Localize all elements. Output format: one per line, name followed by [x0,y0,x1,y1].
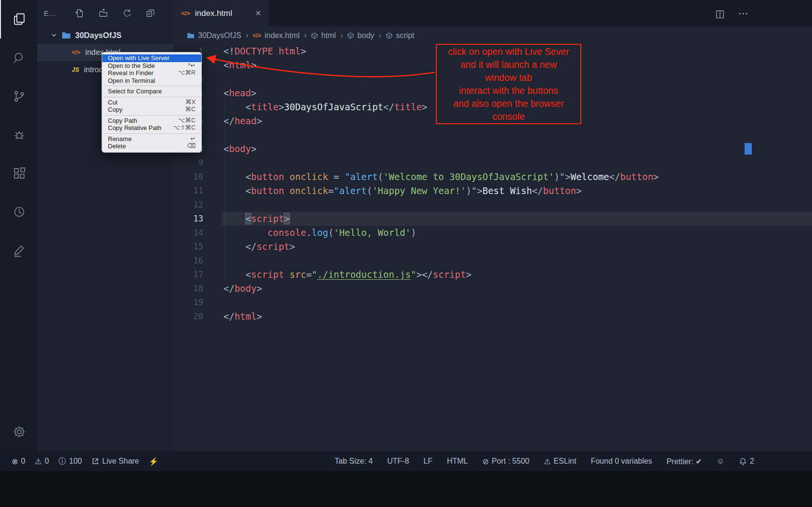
code-line-17[interactable]: 17 <script src="./introduction.js"></scr… [173,268,812,282]
code-line-10[interactable]: 10 <button onclick = "alert('Welcome to … [173,170,812,184]
menu-item-open-to-the-side[interactable]: Open to the Side^↵ [102,62,201,70]
breadcrumb-separator: › [340,30,343,40]
collapse-all-icon[interactable] [146,9,155,18]
status-eslint[interactable]: ⚠ESLint [544,457,576,466]
menu-item-rename[interactable]: Rename↵ [102,135,201,143]
lightning-icon: ⚡ [149,457,158,466]
breadcrumb-label: body [357,31,374,40]
breadcrumb-label: index.html [264,31,300,40]
status-prettier[interactable]: Prettier: ✔ [667,457,702,466]
menu-item-label: Select for Compare [108,88,190,95]
context-menu: Open with Live ServerOpen to the Side^↵R… [102,52,202,153]
menu-item-label: Delete [108,143,181,150]
status-encoding[interactable]: UTF-8 [387,457,409,466]
activity-explorer[interactable] [0,0,37,39]
menu-separator [103,133,201,134]
split-editor-icon[interactable]: ◫ [715,8,725,19]
status-eslint-label: ESLint [554,457,576,466]
new-file-icon[interactable] [75,9,84,18]
line-number: 15 [173,240,203,254]
breadcrumb-30DaysOfJS[interactable]: 30DaysOfJS [187,31,241,40]
status-errors[interactable]: ⊗0 [12,457,25,466]
status-quick-action[interactable]: ⚡ [149,457,158,466]
breadcrumb-html[interactable]: html [311,31,336,40]
files-icon [12,12,26,26]
breadcrumb-body[interactable]: body [347,31,374,40]
warning-icon: ⚠ [35,457,41,466]
code-line-7[interactable]: 7 [173,128,812,142]
code-line-16[interactable]: 16 [173,254,812,268]
menu-separator [103,115,201,116]
status-live-server-port[interactable]: ⊘Port : 5500 [483,457,530,466]
settings-gear-icon [12,425,26,439]
new-folder-icon[interactable] [99,9,108,18]
activity-settings[interactable] [0,413,37,451]
close-tab-icon[interactable]: × [255,8,261,19]
folder-30daysofjs[interactable]: 30DaysOfJS [37,26,173,44]
menu-item-open-in-terminal[interactable]: Open in Terminal [102,77,201,85]
minimap[interactable] [699,46,744,73]
js-file-icon: JS [72,66,79,73]
refresh-icon[interactable] [122,9,131,18]
annotation-line: and it will launch a new [437,58,580,71]
status-notifications[interactable]: 2 [739,457,754,466]
activity-history[interactable] [0,193,37,231]
menu-item-shortcut: ↵ [191,136,196,143]
status-live-server-port-label: Port : 5500 [492,457,529,466]
activity-feedback[interactable] [0,231,37,270]
menu-item-open-with-live-server[interactable]: Open with Live Server [102,54,201,62]
activity-source-control[interactable] [0,77,37,116]
activity-search[interactable] [0,39,37,77]
status-feedback-smiley[interactable]: ☺ [717,457,724,466]
smiley-icon: ☺ [717,457,724,466]
menu-item-label: Reveal in Finder [108,70,172,77]
menu-item-copy-relative-path[interactable]: Copy Relative Path⌥⇧⌘C [102,124,201,132]
breadcrumb-script[interactable]: script [386,31,414,40]
line-number: 13 [173,212,203,226]
code-line-13[interactable]: 13 <script> [173,212,812,226]
code-line-20[interactable]: 20</html> [173,310,812,324]
menu-item-cut[interactable]: Cut⌘X [102,99,201,106]
menu-item-label: Copy Path [108,117,172,124]
menu-item-reveal-in-finder[interactable]: Reveal in Finder⌥⌘R [102,69,201,77]
code-line-8[interactable]: 8<body> [173,142,812,156]
explorer-actions [75,9,155,18]
status-live-share-label: Live Share [102,457,139,466]
tab-index-html[interactable]: </> index.html × [173,0,269,26]
activity-run-debug[interactable] [0,116,37,154]
status-tab-size[interactable]: Tab Size: 4 [335,457,373,466]
status-eol-label: LF [423,457,432,466]
status-live-share[interactable]: Live Share [92,457,139,466]
status-tab-size-label: Tab Size: 4 [335,457,373,466]
menu-item-label: Copy Relative Path [108,125,168,131]
menu-item-shortcut: ⌥⌘R [178,70,196,77]
breadcrumb-label: html [321,31,336,40]
code-line-9[interactable]: 9 [173,156,812,170]
code-line-18[interactable]: 18</body> [173,282,812,296]
status-found-variables[interactable]: Found 0 variables [591,457,652,466]
status-prettier-label: Prettier: ✔ [667,457,702,466]
code-line-19[interactable]: 19 [173,296,812,310]
menu-item-delete[interactable]: Delete⌫ [102,143,201,150]
status-info-count[interactable]: ⓘ100 [59,456,82,467]
error-icon: ⊗ [12,457,18,466]
more-actions-icon[interactable]: ⋯ [738,8,748,19]
status-language-mode[interactable]: HTML [447,457,468,466]
menu-item-select-for-compare[interactable]: Select for Compare [102,88,201,95]
menu-separator [103,97,201,97]
annotation-box: click on open with Live Severand it will… [436,44,581,124]
code-line-12[interactable]: 12 [173,198,812,212]
activity-extensions[interactable] [0,154,37,193]
code-line-15[interactable]: 15 </script> [173,240,812,254]
status-warnings[interactable]: ⚠0 [35,457,49,466]
menu-item-copy[interactable]: Copy⌘C [102,106,201,114]
code-line-14[interactable]: 14 console.log('Hello, World') [173,226,812,240]
code-line-11[interactable]: 11 <button onclick="alert('Happy New Yea… [173,184,812,198]
menu-item-copy-path[interactable]: Copy Path⌥⌘C [102,117,201,125]
menu-item-label: Open with Live Server [108,55,190,62]
menu-item-shortcut: ⌫ [187,143,196,150]
tab-bar: </> index.html × ◫ ⋯ [173,0,812,26]
breadcrumb-separator: › [304,30,307,40]
status-eol[interactable]: LF [423,457,432,466]
breadcrumb-index.html[interactable]: </>index.html [253,31,300,40]
